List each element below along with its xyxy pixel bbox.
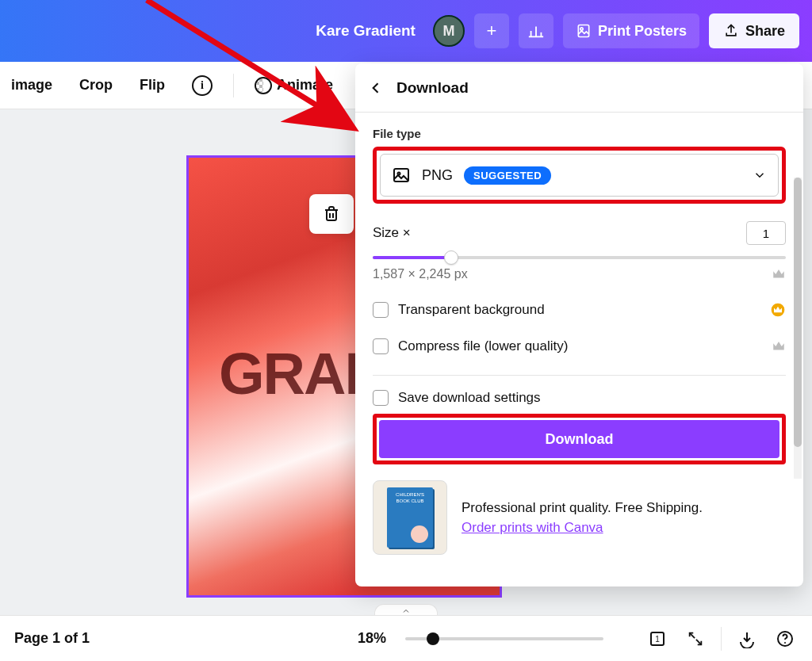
poster-icon [576, 23, 592, 39]
panel-title: Download [396, 79, 469, 97]
separator [233, 74, 234, 97]
save-settings-checkbox[interactable] [373, 390, 389, 406]
help-icon [776, 629, 795, 648]
grid-view-button[interactable]: 1 [645, 626, 670, 651]
zoom-slider[interactable] [405, 637, 603, 640]
svg-rect-6 [327, 210, 336, 220]
delete-element-button[interactable] [309, 194, 354, 234]
compress-file-checkbox[interactable] [373, 338, 389, 354]
panel-scroll-thumb[interactable] [794, 178, 802, 447]
download-icon [737, 629, 756, 648]
crown-icon [772, 267, 786, 281]
quick-download-button[interactable] [734, 626, 760, 651]
back-icon[interactable] [368, 80, 384, 96]
crown-gold-icon [770, 302, 786, 318]
chevron-down-icon [753, 168, 767, 182]
transparent-bg-checkbox[interactable] [373, 302, 389, 318]
file-type-label: File type [373, 127, 786, 140]
add-collaborator-button[interactable]: + [474, 13, 509, 48]
upload-icon [723, 23, 739, 39]
image-file-icon [392, 166, 411, 185]
fullscreen-button[interactable] [683, 626, 708, 651]
compress-file-label: Compress file (lower quality) [398, 338, 568, 354]
flip-button[interactable]: Flip [133, 72, 171, 98]
app-header: Kare Gradient M + Print Posters Share [0, 0, 812, 62]
chevron-up-icon [400, 606, 412, 616]
download-button-highlight: Download [373, 414, 786, 464]
file-type-select[interactable]: PNG SUGGESTED [380, 154, 779, 197]
info-button[interactable]: i [186, 71, 219, 101]
zoom-slider-thumb[interactable] [427, 632, 439, 645]
panel-scrollbar[interactable] [794, 178, 802, 479]
separator [721, 627, 722, 651]
share-button[interactable]: Share [709, 13, 799, 48]
crop-button[interactable]: Crop [73, 72, 119, 98]
document-title[interactable]: Kare Gradient [316, 22, 416, 40]
panel-body: File type PNG SUGGESTED Size × 1,587 × 2… [355, 113, 803, 586]
download-button[interactable]: Download [379, 420, 779, 458]
trash-icon [322, 204, 341, 224]
fullscreen-icon [687, 630, 704, 648]
print-posters-button[interactable]: Print Posters [563, 13, 699, 48]
download-panel: Download File type PNG SUGGESTED Size × … [355, 63, 803, 586]
plus-icon: + [486, 21, 496, 41]
animate-button[interactable]: Animate [248, 72, 339, 99]
file-type-highlight: PNG SUGGESTED [373, 147, 786, 204]
grid-icon: 1 [648, 629, 667, 648]
save-settings-label: Save download settings [398, 390, 541, 406]
print-preview-thumbnail: CHILDREN'S BOOK CLUB [373, 480, 447, 555]
svg-point-5 [580, 28, 583, 30]
footer-bar: Page 1 of 1 18% 1 [0, 615, 812, 661]
page-indicator[interactable]: Page 1 of 1 [14, 630, 90, 647]
size-slider[interactable] [373, 256, 786, 259]
chart-icon [527, 22, 545, 40]
file-type-value: PNG [422, 167, 453, 184]
suggested-badge: SUGGESTED [464, 166, 551, 185]
help-button[interactable] [772, 626, 798, 651]
svg-point-16 [784, 642, 786, 644]
analytics-button[interactable] [519, 13, 553, 48]
edit-image-button[interactable]: image [5, 72, 59, 98]
avatar[interactable]: M [433, 15, 465, 47]
size-label: Size × [373, 225, 411, 241]
transparent-bg-label: Transparent background [398, 302, 545, 318]
order-prints-link[interactable]: Order prints with Canva [462, 518, 703, 538]
print-quality-text: Professional print quality. Free Shippin… [462, 498, 703, 518]
panel-header: Download [355, 63, 803, 113]
zoom-percent[interactable]: 18% [358, 630, 386, 647]
size-multiplier-input[interactable] [746, 221, 786, 245]
svg-rect-4 [578, 25, 588, 37]
transparency-icon [255, 77, 272, 94]
crown-icon [772, 339, 786, 353]
svg-text:1: 1 [655, 635, 660, 644]
info-icon: i [192, 75, 213, 96]
slider-thumb[interactable] [444, 250, 458, 265]
dimensions-text: 1,587 × 2,245 px [373, 267, 468, 281]
